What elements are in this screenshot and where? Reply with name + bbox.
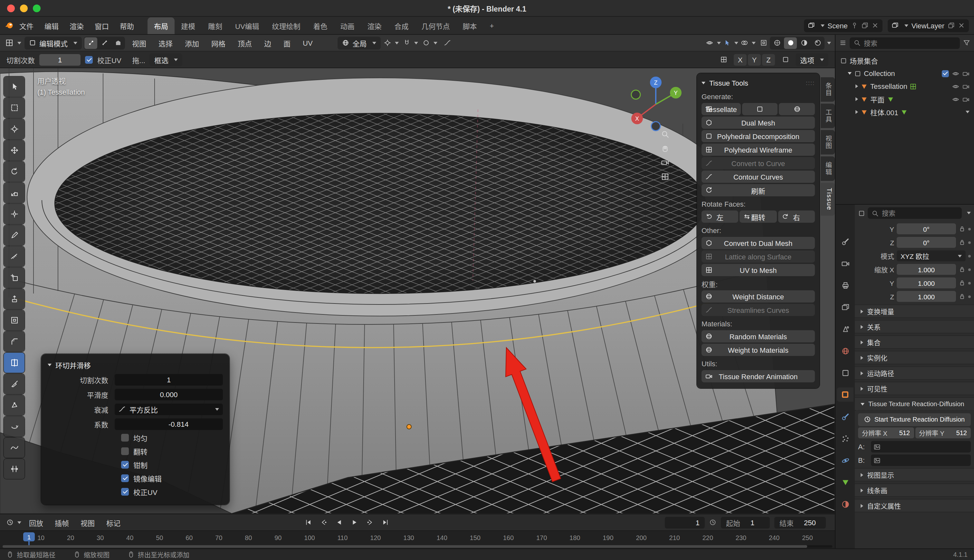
workspace-tab-compositing[interactable]: 合成: [388, 17, 415, 34]
sidebar-tab-edit[interactable]: 编辑: [821, 157, 835, 181]
workspace-tab-shading[interactable]: 着色: [307, 17, 334, 34]
properties-tab-world[interactable]: [837, 344, 854, 358]
tissue-render-animation-button[interactable]: Tissue Render Animation: [702, 370, 815, 382]
tool-extrude-region[interactable]: [4, 289, 25, 309]
tool-rotate[interactable]: [4, 162, 25, 182]
properties-tab-material[interactable]: [837, 497, 854, 511]
snap-target-icon[interactable]: [779, 54, 792, 65]
wireframe-shading-icon[interactable]: [770, 37, 784, 48]
menu-edit[interactable]: 编辑: [39, 18, 64, 33]
menu-keying[interactable]: 插帧: [50, 515, 74, 530]
outliner-search-input[interactable]: [864, 39, 956, 47]
filter-icon[interactable]: [963, 39, 970, 46]
prev-keyframe-button[interactable]: [316, 516, 331, 529]
properties-tab-particles[interactable]: [837, 431, 854, 445]
outliner-search[interactable]: [850, 37, 960, 48]
collapse-icon[interactable]: [48, 364, 52, 366]
scale-x-field[interactable]: 1.000: [897, 264, 956, 275]
lock-icon[interactable]: [959, 279, 966, 287]
tool-move[interactable]: [4, 140, 25, 160]
streamlines-curves-button[interactable]: Streamlines Curves: [702, 304, 815, 316]
texture-b-field[interactable]: [871, 455, 971, 466]
start-reaction-diffusion-button[interactable]: Start Texture Reaction Diffusion: [858, 413, 971, 426]
texture-a-field[interactable]: [871, 441, 971, 453]
lock-icon[interactable]: [959, 266, 966, 273]
frame-start-field[interactable]: 起始1: [721, 517, 770, 528]
vertex-select-icon[interactable]: [84, 37, 97, 48]
animate-dot[interactable]: [968, 268, 971, 271]
sidebar-tab-item[interactable]: 条目: [821, 77, 835, 102]
smoothness-field[interactable]: 0.000: [115, 388, 223, 400]
tool-poly-build[interactable]: [4, 395, 25, 415]
tissue-tools-panel[interactable]: Tissue Tools :::: Generate: Tessellate D…: [697, 73, 819, 388]
animate-dot[interactable]: [968, 241, 971, 243]
viewlayer-selector[interactable]: ViewLayer: [888, 19, 969, 32]
pin-icon[interactable]: [851, 22, 858, 29]
polyhedral-decomposition-button[interactable]: Polyhedral Decomposition: [702, 130, 815, 142]
camera-icon[interactable]: [962, 70, 969, 77]
polyhedral-wireframe-button[interactable]: Polyhedral Wireframe: [702, 143, 815, 156]
menu-mesh[interactable]: 网格: [206, 36, 231, 50]
outliner-row-cylinder[interactable]: 柱体.001: [835, 105, 974, 118]
xray-toggle[interactable]: [757, 37, 770, 48]
timeline-editor-selector[interactable]: [5, 517, 23, 528]
visibility-dropdown[interactable]: [705, 37, 722, 48]
uv-to-mesh-button[interactable]: UV to Mesh: [702, 264, 815, 276]
properties-search-input[interactable]: [882, 209, 958, 217]
expand-icon[interactable]: [848, 72, 852, 75]
properties-tab-collection[interactable]: [837, 366, 854, 380]
expand-icon[interactable]: [855, 84, 858, 88]
orientation-grid-icon[interactable]: [717, 54, 730, 65]
refresh-button[interactable]: 刷新: [702, 184, 815, 196]
navigation-gizmo[interactable]: Z Y X: [626, 73, 685, 133]
properties-search[interactable]: [868, 207, 962, 219]
workspace-tab-rendering[interactable]: 渲染: [361, 17, 388, 34]
factor-slider[interactable]: -0.814: [115, 418, 223, 430]
workspace-tab-sculpting[interactable]: 雕刻: [202, 17, 229, 34]
tool-inset-faces[interactable]: [4, 310, 25, 330]
rotation-z-field[interactable]: 0°: [897, 237, 956, 248]
shading-options-chevron-icon[interactable]: [827, 42, 831, 44]
even-checkbox[interactable]: [121, 434, 129, 442]
outliner-row-plane[interactable]: 平面: [835, 93, 974, 105]
camera-view-icon[interactable]: [661, 158, 669, 167]
sidebar-tab-tool[interactable]: 工具: [821, 103, 835, 128]
menu-playback[interactable]: 回放: [24, 515, 48, 530]
section-delta-transform[interactable]: 变换增量: [855, 305, 974, 318]
menu-view[interactable]: 视图: [127, 36, 151, 50]
gizmo-dropdown[interactable]: [722, 37, 740, 48]
new-viewlayer-icon[interactable]: [947, 22, 955, 29]
close-window-button[interactable]: [7, 5, 15, 12]
ortho-grid-icon[interactable]: [661, 173, 669, 181]
weight-distance-button[interactable]: Weight Distance: [702, 290, 815, 303]
playhead[interactable]: 1: [23, 532, 35, 541]
outliner-row-tessellation[interactable]: Tessellation: [835, 80, 974, 93]
material-shading-icon[interactable]: [797, 37, 810, 48]
collection-checkbox[interactable]: [942, 70, 949, 77]
sidebar-tab-view[interactable]: 视图: [821, 130, 835, 155]
section-motion-paths[interactable]: 运动路径: [855, 366, 974, 380]
options-dropdown[interactable]: 选项: [795, 53, 829, 66]
snap-dropdown[interactable]: [402, 37, 420, 48]
current-frame-field[interactable]: 1: [665, 517, 705, 528]
menu-view-timeline[interactable]: 视图: [75, 515, 100, 530]
tool-add-cube[interactable]: [4, 268, 25, 288]
animate-dot[interactable]: [968, 295, 971, 298]
add-workspace-button[interactable]: +: [483, 18, 501, 33]
expand-icon[interactable]: [855, 110, 858, 114]
play-reverse-button[interactable]: [332, 516, 346, 529]
pan-hand-icon[interactable]: [661, 144, 669, 153]
tessellate-material-icon[interactable]: [779, 103, 815, 115]
tool-cursor[interactable]: [4, 119, 25, 139]
menu-file[interactable]: 文件: [14, 18, 38, 33]
menu-uv[interactable]: UV: [297, 37, 318, 48]
properties-tab-object[interactable]: [837, 387, 854, 402]
collapse-icon[interactable]: [702, 82, 705, 84]
tool-knife[interactable]: [4, 374, 25, 394]
rotation-y-field[interactable]: 0°: [897, 223, 956, 234]
rotate-left-button[interactable]: 左: [702, 210, 738, 223]
face-select-icon[interactable]: [112, 37, 124, 48]
workspace-tab-geometry-nodes[interactable]: 几何节点: [415, 17, 456, 34]
clamp-checkbox[interactable]: [121, 461, 129, 468]
contour-curves-button[interactable]: Contour Curves: [702, 170, 815, 183]
